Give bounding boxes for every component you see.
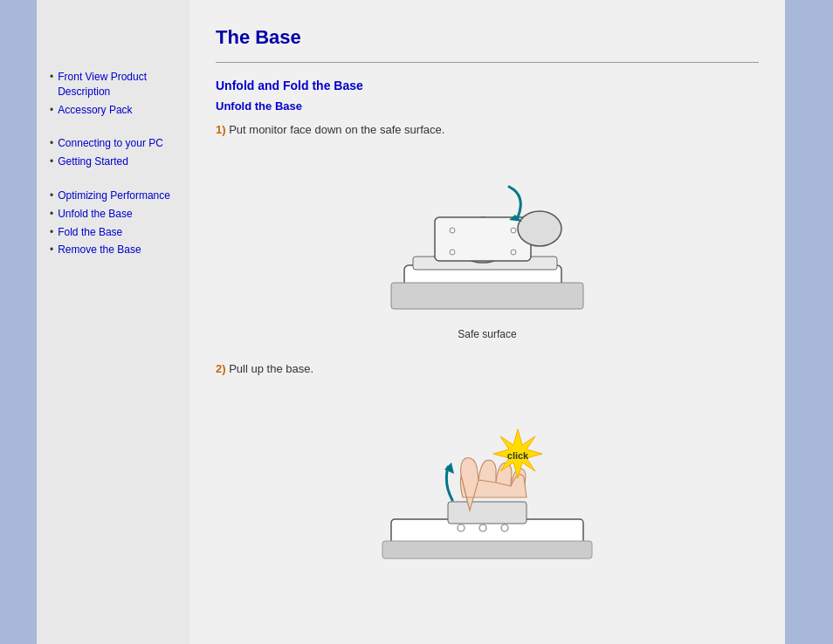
step-2-illustration: click	[216, 388, 759, 580]
sidebar-section-3: Optimizing Performance Unfold the Base F…	[50, 188, 181, 257]
svg-text:click: click	[507, 450, 529, 461]
subsection-heading: Unfold the Base	[216, 99, 759, 113]
step-2-image: click	[365, 388, 609, 580]
sidebar-item-optimizing[interactable]: Optimizing Performance	[50, 188, 181, 203]
page-title: The Base	[216, 26, 759, 49]
step-2-description: Pull up the base.	[229, 362, 313, 375]
step-1-number: 1)	[216, 123, 226, 136]
section-heading: Unfold and Fold the Base	[216, 79, 759, 92]
step-1-description: Put monitor face down on the safe surfac…	[229, 123, 444, 136]
sidebar-section-1: Front View Product Description Accessory…	[50, 70, 181, 117]
svg-rect-17	[382, 541, 592, 558]
svg-rect-10	[391, 283, 583, 309]
sidebar-item-getting-started[interactable]: Getting Started	[50, 154, 181, 169]
step-2-text: 2) Pull up the base.	[216, 362, 759, 375]
main-content: The Base Unfold and Fold the Base Unfold…	[189, 0, 785, 644]
sidebar-section-2: Connecting to your PC Getting Started	[50, 136, 181, 169]
svg-point-9	[518, 211, 561, 246]
title-divider	[216, 62, 759, 63]
svg-rect-4	[435, 217, 531, 261]
sidebar-item-remove[interactable]: Remove the Base	[50, 243, 181, 257]
sidebar-item-fold[interactable]: Fold the Base	[50, 225, 181, 240]
step-2-number: 2)	[216, 362, 226, 375]
step-1-label: Safe surface	[458, 328, 516, 340]
right-border	[785, 0, 833, 644]
step-1: 1) Put monitor face down on the safe sur…	[216, 123, 759, 340]
step-2-svg: click	[365, 388, 609, 580]
sidebar-item-front-view[interactable]: Front View Product Description	[50, 70, 181, 99]
sidebar-item-accessory[interactable]: Accessory Pack	[50, 103, 181, 118]
step-1-svg	[365, 152, 609, 322]
step-2: 2) Pull up the base.	[216, 362, 759, 580]
sidebar-item-connecting[interactable]: Connecting to your PC	[50, 136, 181, 151]
step-1-illustration: Safe surface	[216, 149, 759, 340]
step-1-text: 1) Put monitor face down on the safe sur…	[216, 123, 759, 136]
sidebar: Front View Product Description Accessory…	[37, 0, 189, 644]
left-border	[0, 0, 37, 644]
svg-rect-13	[448, 502, 527, 524]
sidebar-item-unfold[interactable]: Unfold the Base	[50, 207, 181, 222]
step-1-image	[365, 149, 609, 324]
